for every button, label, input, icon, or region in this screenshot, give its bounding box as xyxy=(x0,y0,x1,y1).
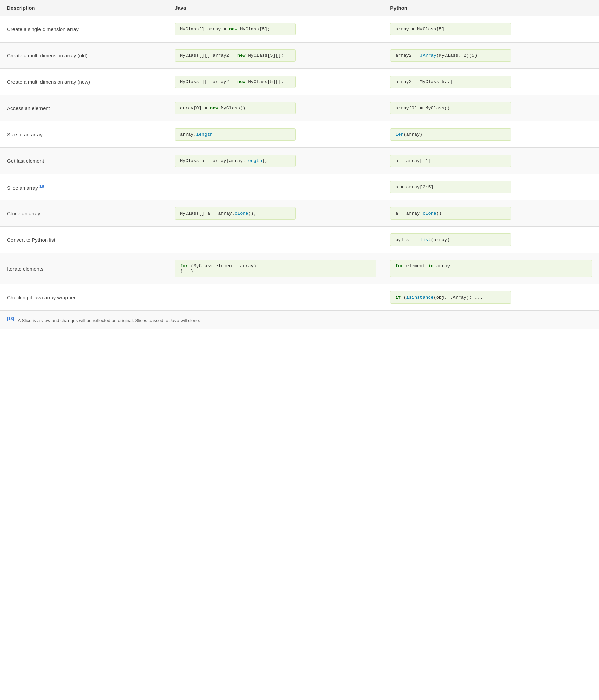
python-cell-iterate-elements: for element in array: ... xyxy=(383,253,599,284)
description-cell-create-single: Create a single dimension array xyxy=(0,16,168,43)
python-cell-get-last: a = array[-1] xyxy=(383,148,599,174)
description-cell-size-array: Size of an array xyxy=(0,121,168,148)
header-python: Python xyxy=(383,0,599,16)
table-row-checking-java: Checking if java array wrapperif (isinst… xyxy=(0,284,599,311)
java-cell-create-single: MyClass[] array = new MyClass[5]; xyxy=(168,16,383,43)
table-row-slice-array: Slice an array 18a = array[2:5] xyxy=(0,174,599,200)
java-cell-slice-array xyxy=(168,174,383,200)
python-cell-create-single: array = MyClass[5] xyxy=(383,16,599,43)
footer-text: A Slice is a view and changes will be re… xyxy=(18,318,200,323)
python-cell-size-array: len(array) xyxy=(383,121,599,148)
table-row-clone-array: Clone an arrayMyClass[] a = array.clone(… xyxy=(0,200,599,227)
java-cell-create-multi-old: MyClass[][] array2 = new MyClass[5][]; xyxy=(168,43,383,69)
table-row-create-multi-new: Create a multi dimension array (new)MyCl… xyxy=(0,69,599,95)
java-cell-create-multi-new: MyClass[][] array2 = new MyClass[5][]; xyxy=(168,69,383,95)
java-cell-iterate-elements: for (MyClass element: array) {...} xyxy=(168,253,383,284)
python-cell-slice-array: a = array[2:5] xyxy=(383,174,599,200)
description-cell-checking-java: Checking if java array wrapper xyxy=(0,284,168,311)
python-cell-clone-array: a = array.clone() xyxy=(383,200,599,227)
description-cell-access-element: Access an element xyxy=(0,95,168,121)
java-cell-access-element: array[0] = new MyClass() xyxy=(168,95,383,121)
table-row-convert-list: Convert to Python listpylist = list(arra… xyxy=(0,227,599,253)
description-cell-clone-array: Clone an array xyxy=(0,200,168,227)
python-cell-create-multi-new: array2 = MyClass[5,:] xyxy=(383,69,599,95)
footer-ref-label: [18] xyxy=(7,317,14,321)
java-cell-convert-list xyxy=(168,227,383,253)
table-row-access-element: Access an elementarray[0] = new MyClass(… xyxy=(0,95,599,121)
footer-cell: [18]A Slice is a view and changes will b… xyxy=(0,311,599,329)
java-cell-get-last: MyClass a = array[array.length]; xyxy=(168,148,383,174)
description-cell-create-multi-old: Create a multi dimension array (old) xyxy=(0,43,168,69)
python-cell-access-element: array[0] = MyClass() xyxy=(383,95,599,121)
description-cell-convert-list: Convert to Python list xyxy=(0,227,168,253)
footer-row: [18]A Slice is a view and changes will b… xyxy=(0,311,599,329)
table-row-create-single: Create a single dimension arrayMyClass[]… xyxy=(0,16,599,43)
java-cell-checking-java xyxy=(168,284,383,311)
java-cell-clone-array: MyClass[] a = array.clone(); xyxy=(168,200,383,227)
table-row-create-multi-old: Create a multi dimension array (old)MyCl… xyxy=(0,43,599,69)
description-cell-iterate-elements: Iterate elements xyxy=(0,253,168,284)
header-description: Description xyxy=(0,0,168,16)
footnote-ref: 18 xyxy=(40,184,44,189)
python-cell-convert-list: pylist = list(array) xyxy=(383,227,599,253)
table-row-get-last: Get last elementMyClass a = array[array.… xyxy=(0,148,599,174)
python-cell-checking-java: if (isinstance(obj, JArray): ... xyxy=(383,284,599,311)
table-row-iterate-elements: Iterate elementsfor (MyClass element: ar… xyxy=(0,253,599,284)
description-cell-slice-array: Slice an array 18 xyxy=(0,174,168,200)
table-row-size-array: Size of an arrayarray.lengthlen(array) xyxy=(0,121,599,148)
java-cell-size-array: array.length xyxy=(168,121,383,148)
description-cell-get-last: Get last element xyxy=(0,148,168,174)
description-cell-create-multi-new: Create a multi dimension array (new) xyxy=(0,69,168,95)
header-java: Java xyxy=(168,0,383,16)
python-cell-create-multi-old: array2 = JArray(MyClass, 2)(5) xyxy=(383,43,599,69)
